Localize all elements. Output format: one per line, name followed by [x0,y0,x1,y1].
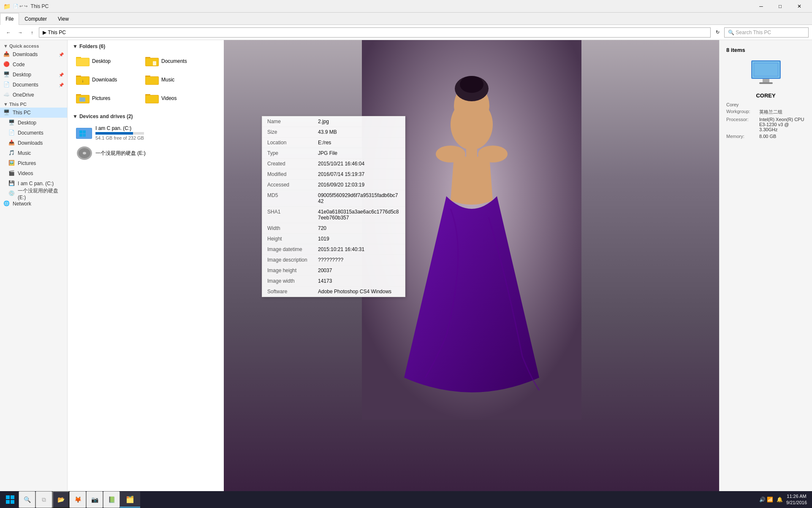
memory-label: Memory: [726,134,756,139]
onedrive-icon: ☁️ [3,92,10,98]
workgroup-label: Workgroup: [726,109,756,115]
folder-name: Desktop [92,58,111,64]
sidebar-item-label: Desktop [18,120,36,126]
this-pc-label: This PC [9,102,27,107]
clock-time: 11:26 AM [786,493,807,500]
file-info-value: 1019 [318,236,329,242]
file-info-label: Image height [267,268,318,273]
svg-rect-13 [146,77,158,84]
drive-bar [95,132,133,135]
file-info-value: Adobe Photoshop CS4 Windows [318,289,391,295]
sidebar-section-this-pc[interactable]: ▼ This PC [0,100,67,108]
videos-icon: 🎬 [8,170,15,177]
file-info-row: Type JPG File [262,148,405,159]
sidebar-item-documents-pinned[interactable]: 📄 Documents 📌 [0,80,67,90]
sidebar-item-downloads-pinned[interactable]: 📥 Downloads 📌 [0,49,67,59]
drive-space: 54.1 GB free of 232 GB [95,135,144,141]
sidebar-item-label: Videos [18,170,33,176]
sidebar-item-code[interactable]: 🔴 Code [0,59,67,70]
sidebar-item-downloads[interactable]: 📥 Downloads [0,138,67,148]
pin-icon: 📌 [59,83,64,87]
sidebar-item-desktop-pinned[interactable]: 🖥️ Desktop 📌 [0,70,67,80]
file-info-value: 720 [318,225,326,231]
documents-icon: 📄 [8,130,15,136]
taskbar-app-4[interactable]: 📗 [103,491,120,508]
file-info-popup: Name 2.jpg Size 43.9 MB Location E:/res … [262,116,405,297]
start-button[interactable] [2,491,19,508]
taskbar-app-2[interactable]: 🦊 [69,491,86,508]
computer-icon [749,58,783,89]
tab-file[interactable]: File [0,13,19,25]
folder-videos[interactable]: Videos [142,90,209,107]
sidebar-item-label: Documents [18,130,43,136]
tab-computer[interactable]: Computer [19,13,52,24]
taskbar-search-button[interactable]: 🔍 [19,491,35,508]
drive-e-name: 一个没屁用的硬盘 (E:) [95,150,146,157]
taskbar-app-1[interactable]: 📂 [52,491,69,508]
taskbar-explorer-button[interactable]: 🗂️ [120,492,140,508]
tab-view[interactable]: View [52,13,74,24]
downloads-icon: 📥 [8,140,15,146]
sidebar-item-onedrive[interactable]: ☁️ OneDrive [0,90,67,100]
folders-section-header[interactable]: ▼ Folders (6) [73,43,219,49]
window-icon: 📁 [3,3,11,10]
drive-e[interactable]: 一个没屁用的硬盘 (E:) [73,143,166,163]
folder-downloads[interactable]: ↓ Downloads [73,71,140,88]
taskbar: 🔍 ⧉ 📂 🦊 📷 📗 🗂️ 🔊 📶 🔔 11:26 AM 9/21/2016 [0,491,812,508]
documents-icon: 📄 [3,81,10,88]
taskbar-taskview-button[interactable]: ⧉ [35,491,52,508]
notification-icon[interactable]: 🔔 [777,497,783,503]
processor-value: Intel(R) Xeon(R) CPU E3-1230 v3 @ 3.30GH… [759,117,805,132]
search-box[interactable]: 🔍 Search This PC [724,27,809,38]
up-button[interactable]: ↑ [27,27,37,38]
chevron-icon: ▼ [73,43,78,49]
sidebar-item-pictures[interactable]: 🖼️ Pictures [0,158,67,168]
desktop-icon: 🖥️ [8,119,15,126]
sidebar-item-desktop[interactable]: 🖥️ Desktop [0,118,67,128]
sidebar-item-drive-e[interactable]: 💿 一个没屁用的硬盘 (E:) [0,189,67,199]
close-button[interactable]: ✕ [790,0,809,13]
processor-row: Processor: Intel(R) Xeon(R) CPU E3-1230 … [726,117,805,132]
sidebar-item-network[interactable]: 🌐 Network [0,199,67,209]
file-info-value: 14173 [318,278,332,284]
sidebar-section-quick-access[interactable]: ▼ Quick access [0,42,67,49]
code-icon: 🔴 [3,61,10,68]
folder-documents[interactable]: Documents [142,53,209,70]
file-info-value: 2016/09/20 12:03:19 [318,182,364,188]
back-button[interactable]: ← [3,27,14,38]
drive-c[interactable]: I am C pan. (C:) 54.1 GB free of 232 GB [73,123,166,143]
folder-pictures[interactable]: Pictures [73,90,140,107]
sidebar-item-this-pc[interactable]: 🖥️ This PC [0,108,67,118]
folder-icon [145,92,159,104]
folder-name: Videos [161,95,177,101]
sidebar-item-label: Pictures [18,160,36,166]
drive-icon: 💾 [8,180,15,187]
file-info-label: SHA1 [267,209,318,221]
folder-music[interactable]: Music [142,71,209,88]
sidebar: ▼ Quick access 📥 Downloads 📌 🔴 Code 🖥️ D… [0,40,68,497]
taskbar-app-3[interactable]: 📷 [86,491,103,508]
address-path[interactable]: ▶ This PC [39,27,711,38]
file-info-label: Image width [267,278,318,284]
title-bar-qa: 📄 ↩ ↪ [13,4,27,8]
drive-info: 一个没屁用的硬盘 (E:) [95,150,146,157]
folder-desktop[interactable]: Desktop [73,53,140,70]
refresh-button[interactable]: ↻ [712,27,722,38]
sidebar-item-videos[interactable]: 🎬 Videos [0,168,67,178]
sidebar-item-label: 一个没屁用的硬盘 (E:) [18,187,64,200]
taskbar-clock[interactable]: 11:26 AM 9/21/2016 [786,493,807,506]
forward-button[interactable]: → [15,27,25,38]
sidebar-item-documents[interactable]: 📄 Documents [0,128,67,138]
svg-rect-43 [754,63,778,76]
file-info-row: Image height 20037 [262,265,405,276]
chevron-icon: ▼ [73,113,78,119]
svg-rect-45 [11,495,14,499]
minimize-button[interactable]: ─ [752,0,771,13]
drives-section-header[interactable]: ▼ Devices and drives (2) [73,113,219,119]
search-icon: 🔍 [728,30,734,35]
file-info-value: 2.jpg [318,119,329,124]
svg-rect-6 [153,61,156,65]
folder-name: Documents [161,58,187,64]
sidebar-item-music[interactable]: 🎵 Music [0,148,67,158]
maximize-button[interactable]: □ [771,0,790,13]
